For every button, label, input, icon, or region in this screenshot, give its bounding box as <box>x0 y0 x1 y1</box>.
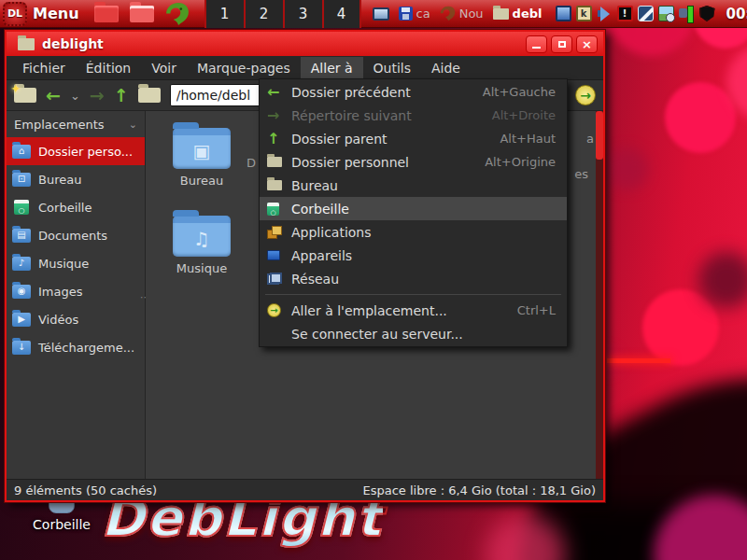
task-label: Nou <box>459 7 484 21</box>
folder-icon: ▣ <box>173 128 231 169</box>
notification-warning-icon[interactable]: ! <box>617 6 633 21</box>
sidebar-item-documents[interactable]: ▤ Documents <box>7 221 145 249</box>
task-button-display[interactable] <box>369 6 393 22</box>
menu-voir[interactable]: Voir <box>141 57 187 79</box>
bokeh-circle <box>605 147 648 190</box>
sidebar-item-label: Bureau <box>38 173 81 187</box>
menu-item-reseau[interactable]: Réseau <box>260 267 567 290</box>
minimize-button[interactable] <box>526 35 547 53</box>
display-settings-icon[interactable] <box>556 6 571 21</box>
menu-item-dossier-personnel[interactable]: Dossier personnel Alt+Origine <box>260 150 567 174</box>
wallpaper-timer-icon[interactable] <box>658 6 674 21</box>
menu-item-dossier-precedent[interactable]: ← Dossier précédent Alt+Gauche <box>260 80 567 104</box>
sidebar-item-label: Téléchargeme... <box>38 341 134 355</box>
workspace-2[interactable]: 2 <box>244 0 283 28</box>
menu-item-aller-emplacement[interactable]: → Aller à l'emplacement... Ctrl+L <box>260 299 567 322</box>
deblight-menu-button[interactable]: DL <box>3 2 27 26</box>
menu-item-dossier-parent[interactable]: ↑ Dossier parent Alt+Haut <box>260 127 567 150</box>
new-tab-button[interactable]: ✦ <box>14 88 36 103</box>
downloads-folder-icon: ↓ <box>12 341 31 355</box>
window-title: deblight <box>42 36 104 51</box>
menu-fichier[interactable]: Fichier <box>12 57 76 79</box>
go-button[interactable]: → <box>575 85 596 105</box>
sidebar-item-telechargements[interactable]: ↓ Téléchargeme... <box>7 333 145 361</box>
shield-icon[interactable] <box>699 6 715 21</box>
menu-item-bureau[interactable]: Bureau <box>260 174 567 197</box>
menu-item-corbeille[interactable]: Corbeille <box>260 197 567 220</box>
menu-edition[interactable]: Édition <box>76 57 141 79</box>
hidden-file-label-fragment: es <box>574 167 588 181</box>
menu-outils[interactable]: Outils <box>363 57 421 79</box>
task-label: ca <box>416 7 430 21</box>
workspace-switcher: 1 2 3 4 <box>204 0 361 28</box>
sidebar-item-label: Corbeille <box>38 201 92 215</box>
sidebar-item-label: Images <box>38 285 83 299</box>
sidebar-item-home[interactable]: ⌂ Dossier perso... <box>7 137 145 165</box>
file-icon-bureau[interactable]: ▣ Bureau <box>161 128 243 188</box>
menu-label[interactable]: Menu <box>33 5 79 22</box>
menu-item-label: Corbeille <box>291 202 349 217</box>
menu-item-appareils[interactable]: Appareils <box>260 244 567 267</box>
forward-button[interactable]: → <box>90 87 105 105</box>
menu-item-label: Réseau <box>291 272 339 287</box>
menu-item-label: Répertoire suivant <box>291 108 412 123</box>
sidebar-item-videos[interactable]: ▶ Vidéos <box>7 305 145 333</box>
hidden-file-label-fragment: D <box>247 156 256 170</box>
workspace-4[interactable]: 4 <box>322 0 361 28</box>
sidebar-item-label: Musique <box>38 257 89 271</box>
sidebar-item-bureau[interactable]: ⊡ Bureau <box>7 165 145 193</box>
power-plug-icon[interactable] <box>679 6 695 21</box>
sidebar-header[interactable]: Emplacements ⌄ <box>7 111 145 137</box>
system-tray: k ! <box>556 6 715 21</box>
arrow-up-icon: ↑ <box>267 132 279 147</box>
maximize-button[interactable] <box>551 35 572 53</box>
home-folder-button[interactable] <box>138 88 161 103</box>
folder-icon <box>267 157 282 167</box>
scrollbar-thumb[interactable] <box>596 111 603 160</box>
item-count-status: 9 éléments (50 cachés) <box>14 483 157 497</box>
sidebar-item-images[interactable]: ◉ Images <box>7 277 145 305</box>
menu-item-se-connecter[interactable]: Se connecter au serveur... <box>260 322 567 345</box>
go-location-icon: → <box>267 303 281 317</box>
folder-icon <box>493 8 509 20</box>
clock[interactable]: 00:30 <box>726 6 747 22</box>
history-chevron-icon[interactable]: ⌄ <box>70 89 80 103</box>
sidebar-item-musique[interactable]: ♪ Musique <box>7 249 145 277</box>
sidebar-item-corbeille[interactable]: ○ Corbeille <box>7 193 145 221</box>
file-icon-musique[interactable]: ♫ Musique <box>161 216 243 275</box>
menu-item-applications[interactable]: Applications <box>260 220 567 244</box>
back-button[interactable]: ← <box>46 87 61 105</box>
titlebar[interactable]: deblight × <box>7 32 603 56</box>
menu-item-label: Applications <box>291 225 372 240</box>
statusbar: 9 éléments (50 cachés) Espace libre : 6,… <box>7 479 603 500</box>
menu-item-label: Aller à l'emplacement... <box>291 303 447 318</box>
clipboard-icon[interactable]: k <box>576 6 592 21</box>
launcher-files-icon[interactable] <box>130 6 154 22</box>
floppy-icon <box>399 7 413 21</box>
dragon-icon[interactable] <box>165 2 190 26</box>
close-button[interactable]: × <box>576 35 598 53</box>
menu-item-label: Dossier précédent <box>291 85 411 100</box>
workspace-3[interactable]: 3 <box>283 0 322 28</box>
folder-icon: ♫ <box>173 216 231 257</box>
menu-aller-a[interactable]: Aller à <box>301 57 363 79</box>
screenshot-pencil-icon[interactable] <box>638 6 654 21</box>
dragon-icon <box>440 6 456 21</box>
workspace-1[interactable]: 1 <box>204 0 244 28</box>
menu-item-repertoire-suivant[interactable]: → Répertoire suivant Alt+Droite <box>260 104 567 127</box>
volume-icon[interactable] <box>597 6 613 21</box>
task-button-ca[interactable]: ca <box>395 5 434 22</box>
menubar: Fichier Édition Voir Marque-pages Aller … <box>7 56 603 80</box>
task-button-deblight[interactable]: debl <box>489 5 546 22</box>
vertical-scrollbar[interactable] <box>596 111 603 479</box>
arrow-left-icon: ← <box>267 85 279 100</box>
pictures-folder-icon: ◉ <box>12 285 31 299</box>
menu-separator <box>265 294 561 295</box>
up-button[interactable]: ↑ <box>114 87 129 105</box>
home-folder-icon: ⌂ <box>12 145 31 159</box>
device-icon <box>267 250 280 260</box>
task-button-nou[interactable]: Nou <box>436 4 487 23</box>
menu-marque-pages[interactable]: Marque-pages <box>187 57 301 79</box>
launcher-folder-icon[interactable] <box>94 6 119 22</box>
menu-aide[interactable]: Aide <box>421 57 471 79</box>
